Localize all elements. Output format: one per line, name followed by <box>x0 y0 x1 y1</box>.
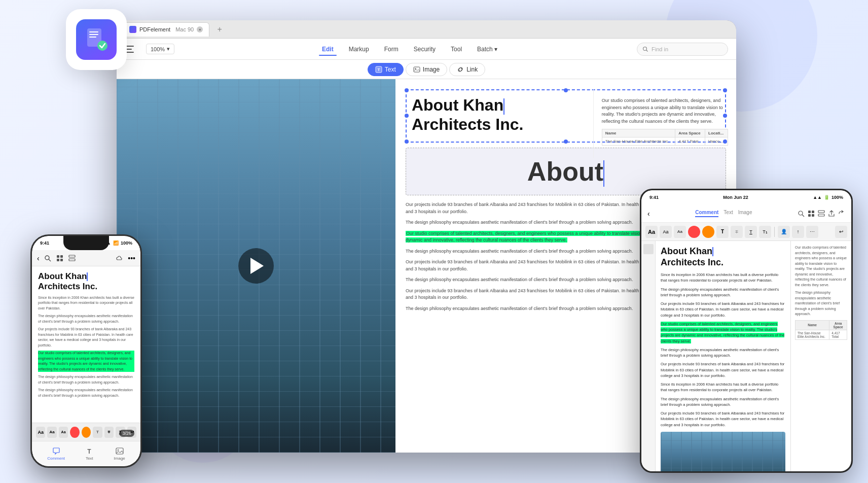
phone-cloud-icon[interactable] <box>116 254 124 262</box>
phone-more-icon[interactable]: ••• <box>128 254 135 262</box>
tablet-fmt-sub[interactable]: T₁ <box>759 226 771 238</box>
tablet-fmt-person[interactable]: 👤 <box>778 226 790 238</box>
tablet-pdf-title: About Khan Architects Inc. <box>661 246 785 268</box>
link-tool-button[interactable]: Link <box>449 63 485 76</box>
tablet-fmt-more[interactable]: ⋯ <box>806 226 818 238</box>
tab-new-button[interactable]: + <box>213 23 226 36</box>
tablet-nav-left: ‹ <box>647 210 650 218</box>
phone-battery: 100% <box>121 240 132 246</box>
phone-cursor <box>87 272 88 281</box>
search-placeholder: Find in <box>652 46 668 52</box>
tablet-sidebar <box>641 241 656 471</box>
phone-back-icon[interactable]: ‹ <box>37 254 40 262</box>
svg-point-11 <box>45 256 49 260</box>
tablet-search-icon[interactable] <box>798 210 805 217</box>
tablet-body-4: The design philosophy encapsulates aesth… <box>661 347 785 359</box>
phone-body-4: The design philosophy encapsulates aesth… <box>38 374 134 385</box>
tablet-tab-text[interactable]: Text <box>724 210 733 217</box>
tablet-fmt-aa-small[interactable]: Aa <box>674 226 686 238</box>
phone-fmt-aa-small[interactable]: Aa <box>59 427 68 438</box>
phone-text-label: Text <box>86 456 93 461</box>
svg-rect-25 <box>812 211 814 213</box>
batch-arrow: ▾ <box>494 46 497 53</box>
phone-tab-comment[interactable]: Comment <box>47 447 65 461</box>
tablet-fmt-text[interactable]: T <box>716 226 729 238</box>
nav-batch[interactable]: Batch ▾ <box>470 43 504 55</box>
tablet-body-5: Our projects include 93 branches of bank… <box>661 361 785 378</box>
app-tab[interactable]: PDFelement Mac 90 × <box>123 22 209 37</box>
search-bar[interactable]: Find in <box>637 43 728 56</box>
phone-fmt-text-color[interactable]: T <box>93 427 102 438</box>
phone-body-1: Since its inception in 2006 Khan archite… <box>38 295 134 312</box>
svg-rect-9 <box>414 67 420 72</box>
tablet-fmt-aa-medium[interactable]: Aa <box>660 226 672 238</box>
tablet-back-icon[interactable]: ‹ <box>647 210 650 218</box>
phone-image-label: Image <box>114 456 125 461</box>
nav-edit[interactable]: Edit <box>315 43 341 55</box>
image-tool-button[interactable]: Image <box>406 63 447 76</box>
nav-security[interactable]: Security <box>407 43 443 55</box>
phone-fmt-highlight[interactable] <box>70 427 79 438</box>
tablet-status-bar: 9:41 Mon Jun 22 ▲▲ 🔋 100% <box>641 190 851 204</box>
tablet-fmt-highlight-red[interactable] <box>688 226 700 238</box>
phone-search-icon[interactable] <box>44 254 52 262</box>
tablet-tab-image[interactable]: Image <box>738 210 752 217</box>
tablet-fmt-share2[interactable]: ↑ <box>792 226 804 238</box>
svg-point-22 <box>799 211 803 215</box>
phone-fmt-strikethrough[interactable]: T <box>104 427 114 438</box>
phone-tab-image[interactable]: Image <box>114 447 125 461</box>
phone-grid-icon[interactable] <box>56 254 64 262</box>
phone-fmt-aa-large[interactable]: Aa <box>36 427 45 438</box>
tablet-battery-icon: 🔋 <box>824 195 829 200</box>
tablet-tab-comment[interactable]: Comment <box>695 210 718 217</box>
nav-tool[interactable]: Tool <box>444 43 469 55</box>
tablet-sidebar-item[interactable] <box>643 244 654 254</box>
phone-notch <box>63 236 109 250</box>
phone-tab-text[interactable]: T Text <box>85 447 93 461</box>
tablet-layout-icon[interactable] <box>818 210 825 217</box>
phone-fmt-color[interactable] <box>82 427 91 438</box>
play-button[interactable] <box>238 248 274 284</box>
tablet-building-image <box>661 432 785 471</box>
tab-logo <box>129 26 136 33</box>
handle-tc <box>564 88 568 92</box>
nav-markup[interactable]: Markup <box>342 43 376 55</box>
tablet-undo-icon[interactable] <box>838 210 845 217</box>
sidebar-toggle[interactable] <box>125 42 140 57</box>
table-cell-area: 4,417 Total <box>675 137 705 146</box>
tablet-fmt-underline[interactable]: T <box>745 226 757 238</box>
svg-rect-20 <box>116 448 123 454</box>
zoom-control[interactable]: 100% ▾ <box>146 44 174 54</box>
svg-rect-3 <box>89 37 96 38</box>
nav-form[interactable]: Form <box>377 43 406 55</box>
table-header-name: Name <box>602 129 675 137</box>
tablet-fmt-highlight-orange[interactable] <box>702 226 714 238</box>
phone-fmt-aa-medium[interactable]: Aa <box>47 427 56 438</box>
tablet-top-toolbar: ‹ Comment Text Image <box>641 204 851 223</box>
tablet-formatting-bar: Aa Aa Aa T T T T₁ 👤 ↑ ⋯ ↩ <box>641 223 851 241</box>
tablet-fmt-aa-large[interactable]: Aa <box>645 226 658 238</box>
preview-cursor <box>603 160 604 187</box>
tablet-body-1: Since its inception in 2006 Khan archite… <box>661 272 785 284</box>
phone-layout-icon[interactable] <box>68 254 76 262</box>
svg-rect-18 <box>69 259 75 261</box>
tab-mac-label: Mac 90 <box>175 26 194 32</box>
tab-label: PDFelement <box>139 26 170 32</box>
text-tool-button[interactable]: T Text <box>368 63 404 76</box>
tablet-body-7: The design philosophy encapsulates aesth… <box>661 396 785 408</box>
svg-point-5 <box>643 47 647 50</box>
svg-text:T: T <box>377 67 380 72</box>
tablet-fmt-undo2[interactable]: ↩ <box>835 226 847 238</box>
tablet-fmt-strikethrough[interactable]: T <box>731 226 743 238</box>
tablet-building-facade <box>661 432 785 471</box>
tablet-grid-icon[interactable] <box>808 210 815 217</box>
tablet-screen: 9:41 Mon Jun 22 ▲▲ 🔋 100% ‹ Comment Text… <box>641 190 851 471</box>
svg-rect-2 <box>89 34 98 35</box>
app-icon <box>66 9 127 70</box>
tablet-share-icon[interactable] <box>828 210 835 217</box>
tablet-main-content: About Khan Architects Inc. Since its inc… <box>656 241 790 471</box>
svg-rect-13 <box>57 255 59 258</box>
tab-close-button[interactable]: × <box>197 26 203 32</box>
svg-rect-14 <box>60 255 63 258</box>
building-image <box>117 79 395 453</box>
